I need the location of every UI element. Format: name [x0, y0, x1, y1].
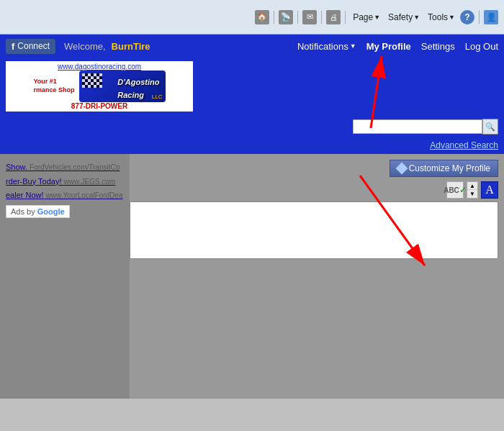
ads-by-google[interactable]: Ads by Google — [6, 205, 70, 218]
banner-logo-sub: LLC — [152, 94, 163, 100]
banner-phone: 877-DRI-POWER — [71, 102, 127, 110]
customize-profile-button[interactable]: Customize My Profile — [390, 160, 498, 177]
print-icon[interactable]: 🖨 — [326, 10, 341, 24]
banner-area: www.dagostinoracing.com Your #1 rmance S… — [0, 58, 504, 115]
separator5 — [479, 11, 480, 24]
tools-dropdown-arrow: ▼ — [449, 14, 455, 21]
home-icon[interactable]: 🏠 — [255, 10, 269, 24]
facebook-connect-button[interactable]: f Connect — [6, 39, 55, 54]
spell-check-tool[interactable]: ABC ✓ — [446, 181, 464, 199]
content-area: Show. FordVehicles.com/TransitCo rder-Bu… — [0, 154, 504, 399]
left-sidebar: Show. FordVehicles.com/TransitCo rder-Bu… — [0, 154, 130, 399]
advanced-search-link[interactable]: Advanced Search — [430, 140, 498, 150]
search-bar: 🔍 — [0, 115, 504, 138]
ad-item-2[interactable]: rder-Buy Today! www.JEGS.com — [6, 174, 124, 189]
search-button[interactable]: 🔍 — [482, 119, 498, 135]
separator3 — [321, 11, 322, 24]
font-size-arrows[interactable]: ▲ ▼ — [467, 181, 478, 199]
separator2 — [297, 11, 298, 24]
text-tools-bar: ABC ✓ ▲ ▼ A — [446, 181, 498, 199]
facebook-f-icon: f — [12, 41, 14, 52]
nav-links: Notifications ▼ My Profile Settings Log … — [297, 41, 498, 52]
mail-icon[interactable]: ✉ — [302, 10, 317, 24]
welcome-text: Welcome, — [64, 41, 106, 52]
settings-link[interactable]: Settings — [421, 41, 455, 52]
banner-logo-area: Your #1 rmance Shop D'Agostino Racing LL… — [33, 71, 165, 102]
search-input[interactable] — [353, 119, 482, 134]
banner-left-text: Your #1 — [33, 78, 56, 86]
font-style-button[interactable]: A — [481, 181, 498, 199]
separator4 — [345, 11, 346, 24]
rss-icon[interactable]: 📡 — [279, 10, 293, 24]
nav-wrapper: f Connect Welcome, BurnTire Notification… — [0, 35, 504, 58]
my-profile-link[interactable]: My Profile — [366, 41, 411, 52]
advanced-search-bar: Advanced Search — [0, 138, 504, 154]
page-dropdown-arrow: ▼ — [374, 14, 380, 21]
font-increase-arrow[interactable]: ▲ — [467, 182, 477, 190]
toolbar-icons: 🏠 📡 ✉ 🖨 Page ▼ Safety ▼ Tools ▼ ? 👤 — [255, 10, 498, 24]
username-text: BurnTire — [112, 41, 150, 52]
ads-by-label: Ads by — [11, 207, 35, 216]
help-icon[interactable]: ? — [460, 10, 474, 24]
diamond-icon — [395, 163, 408, 175]
sponsor-banner[interactable]: www.dagostinoracing.com Your #1 rmance S… — [6, 61, 193, 112]
notifications-dropdown-arrow: ▼ — [350, 42, 356, 50]
ad-item-3[interactable]: ealer Now! www.YourLocalFordDea — [6, 188, 124, 202]
notifications-link[interactable]: Notifications ▼ — [297, 41, 356, 52]
font-decrease-arrow[interactable]: ▼ — [467, 190, 477, 198]
check-mark-icon: ✓ — [459, 185, 467, 195]
main-content: Customize My Profile ABC ✓ ▲ ▼ A — [130, 154, 504, 399]
banner-url: www.dagostinoracing.com — [58, 63, 141, 71]
safety-menu[interactable]: Safety ▼ — [385, 11, 423, 24]
profile-text-area[interactable] — [130, 201, 498, 259]
content-wrapper: Show. FordVehicles.com/TransitCo rder-Bu… — [0, 154, 504, 399]
account-icon[interactable]: 👤 — [484, 10, 498, 24]
navigation-bar: f Connect Welcome, BurnTire Notification… — [0, 35, 504, 58]
google-label: Google — [37, 207, 65, 216]
tools-menu[interactable]: Tools ▼ — [425, 11, 458, 24]
page-menu[interactable]: Page ▼ — [350, 11, 383, 24]
ad-item-1[interactable]: Show. FordVehicles.com/TransitCo — [6, 160, 124, 174]
browser-toolbar: 🏠 📡 ✉ 🖨 Page ▼ Safety ▼ Tools ▼ ? 👤 — [0, 0, 504, 35]
banner-logo-image: D'Agostino Racing LLC — [79, 71, 166, 102]
separator — [274, 11, 274, 24]
banner-left-text2: rmance Shop — [33, 86, 74, 95]
logout-link[interactable]: Log Out — [465, 41, 498, 52]
safety-dropdown-arrow: ▼ — [413, 14, 420, 21]
